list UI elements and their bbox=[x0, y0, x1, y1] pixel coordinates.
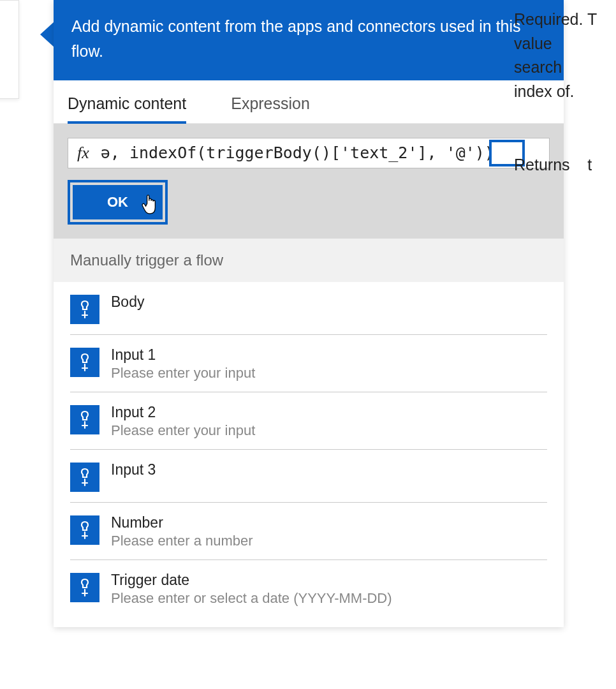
panel-banner: Add dynamic content from the apps and co… bbox=[54, 0, 564, 80]
tab-dynamic-content[interactable]: Dynamic content bbox=[68, 80, 205, 123]
list-item[interactable]: Input 1 Please enter your input bbox=[70, 335, 547, 392]
fx-icon: fx bbox=[77, 144, 89, 163]
trigger-icon bbox=[70, 573, 99, 602]
list-item[interactable]: Number Please enter a number bbox=[70, 503, 547, 560]
section-title: Manually trigger a flow bbox=[70, 251, 223, 269]
ok-button-highlight: OK bbox=[68, 180, 168, 225]
section-header: Manually trigger a flow bbox=[54, 239, 564, 282]
item-title: Number bbox=[111, 514, 253, 531]
banner-text: Add dynamic content from the apps and co… bbox=[71, 17, 521, 60]
dynamic-items-list: Body Input 1 Please enter your input Inp… bbox=[54, 282, 564, 627]
expression-text[interactable]: ə, indexOf(triggerBody()['text_2'], '@')… bbox=[101, 144, 494, 162]
item-subtitle: Please enter your input bbox=[111, 422, 255, 439]
flyout-arrow bbox=[40, 22, 54, 47]
trigger-icon bbox=[70, 463, 99, 492]
tab-expression[interactable]: Expression bbox=[231, 80, 329, 123]
tabs-bar: Dynamic content Expression bbox=[54, 80, 564, 124]
item-title: Trigger date bbox=[111, 572, 392, 589]
item-subtitle: Please enter or select a date (YYYY-MM-D… bbox=[111, 590, 392, 607]
list-item[interactable]: Input 2 Please enter your input bbox=[70, 392, 547, 450]
item-subtitle: Please enter a number bbox=[111, 533, 253, 549]
list-item[interactable]: Trigger date Please enter or select a da… bbox=[70, 560, 547, 617]
ok-label: OK bbox=[107, 194, 128, 210]
background-card-stub bbox=[0, 0, 19, 99]
tooltip-line: value bbox=[514, 32, 616, 56]
tooltip-line: index of. bbox=[514, 80, 616, 104]
dynamic-content-panel: Add dynamic content from the apps and co… bbox=[54, 0, 564, 627]
tab-expression-label: Expression bbox=[231, 94, 310, 112]
item-title: Body bbox=[111, 293, 144, 311]
ok-button[interactable]: OK bbox=[73, 185, 163, 219]
tooltip-returns: Returns t bbox=[514, 153, 616, 177]
expression-area: fx ə, indexOf(triggerBody()['text_2'], '… bbox=[54, 124, 564, 239]
trigger-icon bbox=[70, 515, 99, 545]
tab-dynamic-label: Dynamic content bbox=[68, 94, 186, 112]
tooltip-line: Required. T bbox=[514, 8, 616, 32]
item-subtitle: Please enter your input bbox=[111, 365, 255, 382]
list-item[interactable]: Input 3 bbox=[70, 450, 547, 503]
item-title: Input 2 bbox=[111, 404, 255, 421]
expression-input-row[interactable]: fx ə, indexOf(triggerBody()['text_2'], '… bbox=[68, 138, 550, 168]
list-item[interactable]: Body bbox=[70, 282, 547, 335]
trigger-icon bbox=[70, 348, 99, 377]
item-title: Input 3 bbox=[111, 461, 156, 478]
item-title: Input 1 bbox=[111, 346, 255, 364]
help-tooltip: Required. T value search t index of. Ret… bbox=[514, 8, 616, 177]
tooltip-line: search t bbox=[514, 56, 616, 80]
trigger-icon bbox=[70, 405, 99, 434]
trigger-icon bbox=[70, 295, 99, 324]
